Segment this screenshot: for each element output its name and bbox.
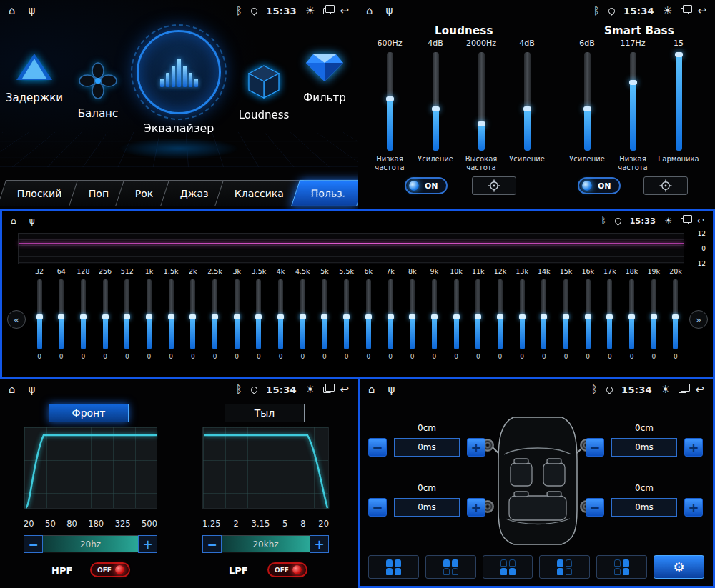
band-slider-track[interactable] — [673, 279, 678, 349]
plus-button[interactable]: + — [467, 498, 485, 517]
channel-tab[interactable]: Фронт — [49, 404, 129, 422]
position-passenger-button[interactable] — [596, 555, 647, 579]
slider-track[interactable] — [387, 52, 393, 151]
band-slider-track[interactable] — [366, 279, 371, 349]
band-slider-fill[interactable] — [563, 314, 568, 349]
plus-button[interactable]: + — [310, 535, 329, 553]
menu-item-filter[interactable]: Фильтр — [295, 49, 355, 104]
custom-position-settings-button[interactable]: ⚙ — [654, 555, 704, 579]
hpf-frequency-value[interactable]: 20hz — [43, 535, 138, 553]
slider-track[interactable] — [584, 52, 591, 151]
minus-button[interactable]: − — [202, 535, 222, 553]
menu-item-delays[interactable]: Задержки — [4, 51, 64, 104]
band-slider-fill[interactable] — [651, 314, 656, 349]
band-slider-fill[interactable] — [629, 314, 634, 349]
channel-tab[interactable]: Тыл — [225, 404, 305, 422]
band-slider-track[interactable] — [103, 279, 108, 349]
slider-track[interactable] — [478, 52, 485, 151]
band-slider-track[interactable] — [541, 279, 546, 349]
band-slider-track[interactable] — [190, 279, 195, 349]
menu-item-equalizer[interactable]: Эквалайзер — [126, 30, 232, 135]
position-rear-seats-button[interactable] — [483, 555, 533, 579]
band-slider-fill[interactable] — [344, 314, 349, 349]
band-slider-track[interactable] — [59, 279, 64, 349]
menu-item-loudness[interactable]: Loudness — [233, 61, 295, 121]
band-slider-fill[interactable] — [388, 314, 393, 349]
band-slider-track[interactable] — [37, 279, 42, 349]
band-slider-fill[interactable] — [256, 314, 261, 349]
minus-button[interactable]: − — [586, 498, 604, 517]
page-right-button[interactable]: » — [689, 310, 708, 329]
band-slider-track[interactable] — [520, 279, 525, 349]
smart-bass-reset-button[interactable] — [644, 176, 688, 195]
position-all-seats-button[interactable] — [368, 555, 419, 579]
band-slider-fill[interactable] — [190, 314, 195, 349]
band-slider-fill[interactable] — [278, 314, 283, 349]
band-slider-fill[interactable] — [212, 314, 217, 349]
band-slider-track[interactable] — [651, 279, 656, 349]
band-slider-track[interactable] — [278, 279, 283, 349]
band-slider-fill[interactable] — [37, 314, 42, 349]
plus-button[interactable]: + — [684, 438, 703, 457]
band-slider-track[interactable] — [212, 279, 217, 349]
position-driver-button[interactable] — [539, 555, 590, 579]
band-slider-track[interactable] — [629, 279, 634, 349]
band-slider-fill[interactable] — [103, 314, 108, 349]
band-slider-track[interactable] — [388, 279, 393, 349]
band-slider-fill[interactable] — [454, 314, 459, 349]
band-slider-fill[interactable] — [300, 314, 305, 349]
plus-button[interactable]: + — [684, 498, 703, 517]
slider-fill[interactable] — [630, 80, 636, 151]
band-slider-track[interactable] — [235, 279, 240, 349]
slider-track[interactable] — [676, 52, 682, 151]
home-icon[interactable]: ⌂ — [11, 216, 16, 225]
band-slider-track[interactable] — [607, 279, 612, 349]
band-slider-fill[interactable] — [366, 314, 371, 349]
band-slider-track[interactable] — [475, 279, 480, 349]
slider-track[interactable] — [433, 52, 439, 151]
back-icon[interactable]: ↩ — [697, 216, 704, 225]
brightness-icon[interactable]: ☀ — [664, 216, 672, 225]
band-slider-fill[interactable] — [81, 314, 86, 349]
minus-button[interactable]: − — [368, 498, 387, 517]
smart-bass-on-toggle[interactable]: ON — [578, 177, 621, 194]
back-icon[interactable]: ↩ — [340, 6, 349, 16]
lpf-frequency-value[interactable]: 20khz — [222, 535, 310, 553]
band-slider-fill[interactable] — [322, 314, 327, 349]
slider-fill[interactable] — [676, 52, 682, 151]
home-icon[interactable]: ⌂ — [9, 6, 16, 16]
band-slider-fill[interactable] — [147, 314, 152, 349]
band-slider-track[interactable] — [147, 279, 152, 349]
band-slider-track[interactable] — [498, 279, 503, 349]
plus-button[interactable]: + — [467, 438, 485, 457]
band-slider-fill[interactable] — [124, 314, 129, 349]
band-slider-track[interactable] — [81, 279, 86, 349]
band-slider-track[interactable] — [256, 279, 261, 349]
band-slider-fill[interactable] — [410, 314, 415, 349]
band-slider-fill[interactable] — [432, 314, 437, 349]
plus-button[interactable]: + — [138, 535, 157, 553]
hpf-off-toggle[interactable]: OFF — [90, 562, 130, 577]
band-slider-fill[interactable] — [673, 314, 678, 349]
slider-fill[interactable] — [584, 106, 591, 151]
band-slider-fill[interactable] — [607, 314, 612, 349]
slider-track[interactable] — [524, 52, 531, 151]
slider-fill[interactable] — [433, 106, 439, 151]
loudness-on-toggle[interactable]: ON — [405, 177, 448, 194]
band-slider-fill[interactable] — [475, 314, 480, 349]
band-slider-fill[interactable] — [498, 314, 503, 349]
slider-fill[interactable] — [387, 96, 393, 151]
band-slider-fill[interactable] — [520, 314, 525, 349]
preset-tab[interactable]: Польз. — [291, 180, 358, 206]
band-slider-track[interactable] — [322, 279, 327, 349]
recent-apps-icon[interactable] — [681, 218, 689, 224]
minus-button[interactable]: − — [368, 438, 387, 457]
band-slider-track[interactable] — [169, 279, 174, 349]
band-slider-track[interactable] — [563, 279, 568, 349]
brightness-icon[interactable]: ☀ — [305, 6, 315, 16]
menu-item-balance[interactable]: Баланс — [67, 61, 129, 120]
band-slider-track[interactable] — [410, 279, 415, 349]
loudness-reset-button[interactable] — [472, 176, 516, 195]
band-slider-track[interactable] — [300, 279, 305, 349]
position-front-seats-button[interactable] — [425, 555, 476, 579]
